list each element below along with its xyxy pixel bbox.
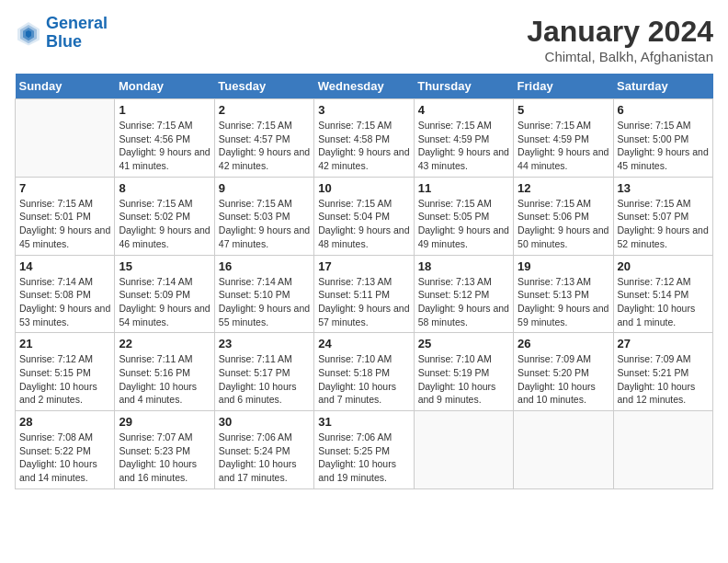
day-cell: 17Sunrise: 7:13 AMSunset: 5:11 PMDayligh… [314,255,414,333]
header-thursday: Thursday [414,74,513,99]
day-number: 31 [318,415,409,429]
day-cell: 9Sunrise: 7:15 AMSunset: 5:03 PMDaylight… [214,177,313,255]
day-cell: 10Sunrise: 7:15 AMSunset: 5:04 PMDayligh… [314,177,414,255]
day-info: Sunrise: 7:06 AMSunset: 5:25 PMDaylight:… [318,431,409,485]
day-info: Sunrise: 7:14 AMSunset: 5:09 PMDaylight:… [119,275,210,329]
day-number: 14 [19,259,110,273]
day-number: 28 [19,415,110,429]
header-monday: Monday [115,74,214,99]
day-info: Sunrise: 7:15 AMSunset: 5:07 PMDaylight:… [618,197,709,251]
day-cell: 15Sunrise: 7:14 AMSunset: 5:09 PMDayligh… [115,255,214,333]
day-cell: 31Sunrise: 7:06 AMSunset: 5:25 PMDayligh… [314,411,414,489]
day-cell: 21Sunrise: 7:12 AMSunset: 5:15 PMDayligh… [16,333,115,411]
logo: General Blue [15,15,108,52]
day-cell: 2Sunrise: 7:15 AMSunset: 4:57 PMDaylight… [214,99,313,178]
day-cell: 6Sunrise: 7:15 AMSunset: 5:00 PMDaylight… [613,99,712,178]
day-number: 30 [219,415,310,429]
day-cell: 12Sunrise: 7:15 AMSunset: 5:06 PMDayligh… [514,177,613,255]
day-info: Sunrise: 7:15 AMSunset: 4:57 PMDaylight:… [219,119,310,173]
day-cell: 20Sunrise: 7:12 AMSunset: 5:14 PMDayligh… [613,255,712,333]
day-info: Sunrise: 7:12 AMSunset: 5:14 PMDaylight:… [618,275,709,329]
day-number: 15 [119,259,210,273]
day-number: 10 [318,181,409,195]
day-info: Sunrise: 7:08 AMSunset: 5:22 PMDaylight:… [19,431,110,485]
day-info: Sunrise: 7:15 AMSunset: 5:05 PMDaylight:… [418,197,509,251]
day-info: Sunrise: 7:14 AMSunset: 5:08 PMDaylight:… [19,275,110,329]
calendar-table: SundayMondayTuesdayWednesdayThursdayFrid… [15,74,713,489]
day-cell [414,411,513,489]
day-info: Sunrise: 7:15 AMSunset: 4:59 PMDaylight:… [418,119,509,173]
day-number: 25 [418,337,509,350]
day-number: 21 [19,337,110,350]
day-info: Sunrise: 7:11 AMSunset: 5:17 PMDaylight:… [219,352,310,407]
day-number: 22 [119,337,210,350]
header-friday: Friday [514,74,613,99]
day-cell: 13Sunrise: 7:15 AMSunset: 5:07 PMDayligh… [613,177,712,255]
day-cell: 22Sunrise: 7:11 AMSunset: 5:16 PMDayligh… [115,333,214,411]
day-number: 11 [418,181,509,195]
day-number: 1 [119,103,210,117]
day-number: 4 [418,103,509,117]
calendar-header-row: SundayMondayTuesdayWednesdayThursdayFrid… [16,74,713,99]
day-cell: 18Sunrise: 7:13 AMSunset: 5:12 PMDayligh… [414,255,513,333]
day-info: Sunrise: 7:09 AMSunset: 5:21 PMDaylight:… [618,352,709,407]
header-tuesday: Tuesday [214,74,313,99]
day-info: Sunrise: 7:14 AMSunset: 5:10 PMDaylight:… [219,275,310,329]
day-number: 17 [318,259,409,273]
day-number: 2 [219,103,310,117]
day-info: Sunrise: 7:11 AMSunset: 5:16 PMDaylight:… [119,352,210,407]
title-block: January 2024 Chimtal, Balkh, Afghanistan [527,15,713,64]
day-cell: 25Sunrise: 7:10 AMSunset: 5:19 PMDayligh… [414,333,513,411]
day-info: Sunrise: 7:10 AMSunset: 5:19 PMDaylight:… [418,352,509,407]
day-info: Sunrise: 7:15 AMSunset: 4:56 PMDaylight:… [119,119,210,173]
day-cell [514,411,613,489]
day-number: 24 [318,337,409,350]
day-cell: 19Sunrise: 7:13 AMSunset: 5:13 PMDayligh… [514,255,613,333]
day-info: Sunrise: 7:15 AMSunset: 5:01 PMDaylight:… [19,197,110,251]
day-info: Sunrise: 7:13 AMSunset: 5:13 PMDaylight:… [518,275,609,329]
day-number: 29 [119,415,210,429]
day-cell: 1Sunrise: 7:15 AMSunset: 4:56 PMDaylight… [115,99,214,178]
week-row-2: 7Sunrise: 7:15 AMSunset: 5:01 PMDaylight… [16,177,713,255]
day-cell: 26Sunrise: 7:09 AMSunset: 5:20 PMDayligh… [514,333,613,411]
page-header: General Blue January 2024 Chimtal, Balkh… [15,15,713,64]
day-info: Sunrise: 7:15 AMSunset: 5:00 PMDaylight:… [618,119,709,173]
day-cell: 24Sunrise: 7:10 AMSunset: 5:18 PMDayligh… [314,333,414,411]
day-cell: 14Sunrise: 7:14 AMSunset: 5:08 PMDayligh… [16,255,115,333]
day-number: 27 [618,337,709,350]
day-cell [16,99,115,178]
day-info: Sunrise: 7:06 AMSunset: 5:24 PMDaylight:… [219,431,310,485]
header-sunday: Sunday [16,74,115,99]
day-number: 19 [518,259,609,273]
day-number: 9 [219,181,310,195]
logo-icon [15,19,42,47]
day-number: 26 [518,337,609,350]
day-info: Sunrise: 7:09 AMSunset: 5:20 PMDaylight:… [518,352,609,407]
day-cell: 28Sunrise: 7:08 AMSunset: 5:22 PMDayligh… [16,411,115,489]
day-info: Sunrise: 7:15 AMSunset: 4:59 PMDaylight:… [518,119,609,173]
day-info: Sunrise: 7:15 AMSunset: 5:04 PMDaylight:… [318,197,409,251]
day-info: Sunrise: 7:13 AMSunset: 5:12 PMDaylight:… [418,275,509,329]
day-number: 6 [618,103,709,117]
day-number: 8 [119,181,210,195]
day-cell: 11Sunrise: 7:15 AMSunset: 5:05 PMDayligh… [414,177,513,255]
day-cell: 3Sunrise: 7:15 AMSunset: 4:58 PMDaylight… [314,99,414,178]
day-number: 16 [219,259,310,273]
location-title: Chimtal, Balkh, Afghanistan [527,49,713,64]
day-info: Sunrise: 7:10 AMSunset: 5:18 PMDaylight:… [318,352,409,407]
day-number: 7 [19,181,110,195]
week-row-4: 21Sunrise: 7:12 AMSunset: 5:15 PMDayligh… [16,333,713,411]
week-row-3: 14Sunrise: 7:14 AMSunset: 5:08 PMDayligh… [16,255,713,333]
day-info: Sunrise: 7:15 AMSunset: 4:58 PMDaylight:… [318,119,409,173]
day-cell: 27Sunrise: 7:09 AMSunset: 5:21 PMDayligh… [613,333,712,411]
day-number: 20 [618,259,709,273]
header-wednesday: Wednesday [314,74,414,99]
day-info: Sunrise: 7:13 AMSunset: 5:11 PMDaylight:… [318,275,409,329]
day-info: Sunrise: 7:15 AMSunset: 5:06 PMDaylight:… [518,197,609,251]
day-number: 5 [518,103,609,117]
day-number: 18 [418,259,509,273]
day-info: Sunrise: 7:07 AMSunset: 5:23 PMDaylight:… [119,431,210,485]
month-title: January 2024 [527,15,713,49]
day-cell: 16Sunrise: 7:14 AMSunset: 5:10 PMDayligh… [214,255,313,333]
day-cell: 4Sunrise: 7:15 AMSunset: 4:59 PMDaylight… [414,99,513,178]
